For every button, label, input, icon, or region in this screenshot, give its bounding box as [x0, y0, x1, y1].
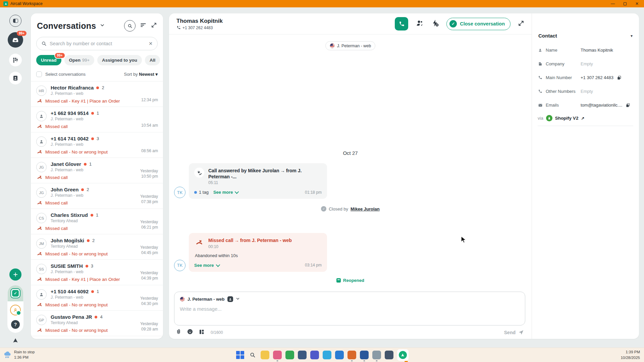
user-avatar[interactable] — [10, 305, 21, 315]
sidebar-item-keypad[interactable] — [9, 54, 22, 66]
taskbar-app-icon[interactable] — [372, 351, 381, 359]
shopify-icon — [546, 115, 552, 121]
help-button[interactable]: ? — [11, 320, 20, 329]
clock-date: 10/28/2025 — [621, 355, 640, 361]
aircall-workspace-window: Aircall Workspace — ✕ 99+ + — [0, 0, 644, 362]
taskbar-clock[interactable]: 1:39 PM 10/28/2025 — [621, 348, 640, 362]
conversation-list-item[interactable]: JG Janet Glover 1 J. Peterman - web — [31, 158, 163, 183]
conversation-list-item[interactable]: JM John Mogilski 2 Territory Ahead — [31, 234, 163, 260]
abandoned-note: Abandoned within 10s — [195, 253, 322, 258]
assign-conversation-icon[interactable] — [416, 19, 424, 28]
unread-dot-icon — [87, 239, 90, 242]
conversation-line-name: J. Peterman - web — [51, 295, 99, 300]
send-button[interactable]: Send — [504, 329, 524, 335]
unread-dot-icon — [91, 214, 93, 217]
collapse-contact-icon[interactable]: ▾ — [631, 34, 633, 38]
filter-icon[interactable] — [140, 22, 147, 30]
conversations-panel: Conversations ✕ Unread 99+ — [31, 13, 163, 339]
taskbar-app-icon[interactable] — [298, 351, 307, 359]
emoji-icon[interactable] — [187, 328, 193, 336]
person-icon — [538, 48, 543, 52]
close-conversation-button[interactable]: ✓ Close conversation — [446, 18, 511, 30]
conversation-list-item[interactable]: GP Gustavo Pena JR 4 Territory Ahead — [31, 311, 163, 336]
workflow-add-icon[interactable] — [431, 19, 439, 28]
availability-toggle[interactable]: ✓ — [8, 285, 23, 301]
sidebar-toggle-icon[interactable] — [9, 15, 21, 27]
conversation-list-item[interactable]: HR Hector Ricafranca 2 J. Peterman - web — [31, 81, 163, 107]
conversation-name: +1 614 741 0042 — [51, 136, 89, 141]
taskbar-app-icon[interactable] — [347, 351, 356, 359]
taskbar-app-aircall-active[interactable] — [397, 349, 409, 361]
taskbar-app-icon[interactable] — [273, 351, 282, 359]
taskbar-app-icon[interactable] — [385, 351, 393, 359]
search-icon[interactable] — [124, 20, 136, 32]
minimize-icon[interactable]: — — [611, 2, 615, 6]
composer-line-selector[interactable]: J. Peterman - web — [180, 296, 520, 302]
mail-icon — [538, 103, 543, 108]
conversation-list-item[interactable]: +1 510 444 6092 1 J. Peterman - web Miss… — [31, 285, 163, 311]
sidebar-item-inbox[interactable]: 99+ — [8, 32, 23, 48]
conversation-list-item[interactable]: CS Charles Stixrud 1 Territory Ahead — [31, 209, 163, 234]
conversation-avatar — [36, 111, 47, 121]
closed-by-agent[interactable]: Mikee Jurolan — [351, 206, 380, 212]
taskbar-search-icon[interactable] — [248, 351, 257, 359]
copy-icon[interactable] — [626, 103, 630, 108]
copy-icon[interactable] — [617, 75, 622, 80]
select-conversations-checkbox[interactable] — [36, 71, 42, 77]
conversation-list-item[interactable]: JG John Green 2 J. Peterman - web — [31, 183, 163, 209]
see-more-button[interactable]: See more — [194, 263, 219, 268]
sort-by-dropdown[interactable]: Sort by Newest ▾ — [124, 72, 158, 77]
us-flag-icon — [180, 297, 185, 302]
conversations-dropdown-icon[interactable] — [100, 23, 105, 29]
character-counter: 0/1600 — [211, 330, 223, 335]
taskbar-app-icon[interactable] — [285, 351, 294, 359]
conversation-name: +1 662 934 9514 — [51, 110, 89, 116]
contact-panel: Contact ▾ Name Thomas Kopitnik Company E… — [532, 13, 639, 339]
taskbar-app-icon[interactable] — [360, 351, 369, 359]
conversation-list-item[interactable]: +1 614 741 0042 3 J. Peterman - web Miss… — [31, 132, 163, 158]
running-indicator — [351, 360, 353, 361]
call-event-answered: Call answered by Mikee Jurolan→from J. P… — [189, 163, 327, 199]
call-button[interactable] — [395, 17, 408, 31]
message-input[interactable] — [180, 306, 520, 320]
missed-call-duration: 00:10 — [208, 244, 292, 249]
clear-search-icon[interactable]: ✕ — [149, 41, 153, 46]
inbound-call-icon — [194, 168, 204, 178]
line-badge-icon — [227, 296, 233, 302]
conversation-avatar: SS — [36, 264, 47, 274]
call-event-missed: Missed call→from J. Peterman - web 00:10… — [189, 233, 327, 272]
phone-contact-icon — [176, 25, 181, 30]
composer-zone: J. Peterman - web — [169, 292, 532, 339]
unread-dot-icon — [96, 86, 99, 89]
sidebar-item-contacts[interactable] — [9, 72, 22, 84]
unread-count-badge: 99+ — [54, 52, 65, 59]
unread-count: 2 — [92, 238, 95, 243]
new-conversation-button[interactable]: + — [9, 268, 21, 281]
see-more-button[interactable]: See more — [213, 190, 238, 195]
date-separator: Oct 27 — [343, 150, 358, 156]
contact-name-value: Thomas Kopitnik — [581, 48, 613, 53]
taskbar-app-icon[interactable] — [310, 351, 319, 359]
template-icon[interactable] — [199, 329, 205, 336]
expand-panel-icon[interactable] — [151, 22, 157, 29]
maximize-icon[interactable] — [624, 2, 627, 5]
filter-chip-unread[interactable]: Unread 99+ — [36, 55, 61, 65]
conversation-list-item[interactable]: SS SUSIE SMITH 3 J. Peterman - web — [31, 260, 163, 285]
filter-chip-assigned[interactable]: Assigned to you — [97, 55, 142, 65]
integration-link[interactable]: Shopify V2 — [555, 116, 579, 121]
missed-call-icon — [37, 149, 42, 155]
attachment-icon[interactable] — [175, 329, 181, 336]
expand-thread-icon[interactable] — [518, 20, 524, 28]
start-button[interactable] — [236, 351, 245, 359]
taskbar-app-icon[interactable] — [335, 351, 344, 359]
taskbar-app-icon[interactable] — [323, 351, 331, 359]
conversation-list-item[interactable]: +1 662 934 9514 1 J. Peterman - web Miss… — [31, 107, 163, 132]
close-icon[interactable]: ✕ — [635, 2, 639, 6]
filter-chip-open[interactable]: Open 99+ — [64, 55, 95, 65]
event-time: 01:18 pm — [305, 190, 322, 195]
conversation-name: Gustavo Pena JR — [51, 314, 92, 320]
contact-field-emails: Emails tom@tagaviationllc.... — [538, 98, 633, 112]
search-input[interactable] — [50, 41, 146, 46]
filter-chip-all[interactable]: All — [145, 55, 160, 65]
taskbar-app-icon[interactable] — [261, 351, 269, 359]
